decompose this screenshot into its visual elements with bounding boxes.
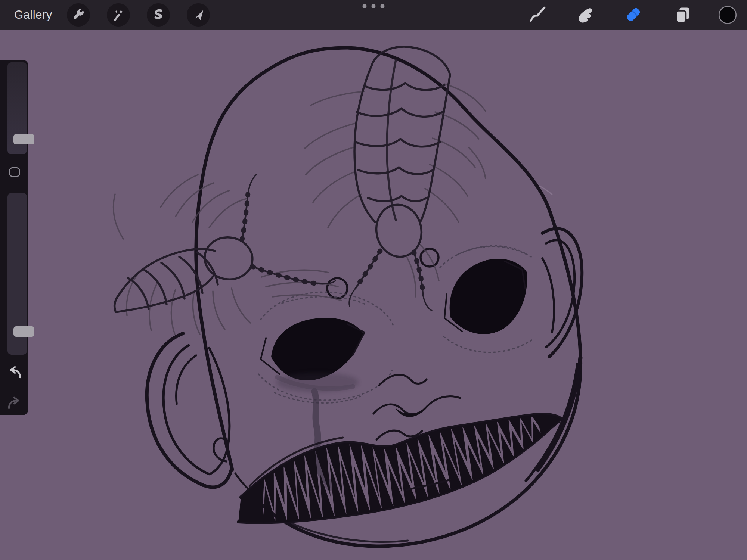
color-circle-icon: [718, 5, 737, 25]
centipede-top: [304, 47, 486, 311]
smudge-button[interactable]: [576, 5, 595, 25]
sidebar-panel: [0, 60, 28, 415]
hollow-eyes: [271, 259, 527, 380]
canvas-artwork: [0, 30, 747, 560]
brush-opacity-handle[interactable]: [13, 326, 34, 337]
brush-size-slider[interactable]: [7, 62, 27, 154]
layers-button[interactable]: [673, 5, 692, 25]
actions-button[interactable]: [67, 3, 90, 27]
gallery-label: Gallery: [14, 8, 52, 22]
undo-arrow-icon: [7, 366, 22, 379]
forehead-dot-left: [327, 278, 347, 298]
eraser-icon: [623, 5, 643, 25]
transform-button[interactable]: [187, 3, 210, 27]
brush-size-handle[interactable]: [13, 134, 34, 144]
layers-icon: [673, 5, 692, 25]
color-button[interactable]: [718, 5, 737, 25]
brush-icon: [527, 5, 547, 25]
procreate-app: Gallery: [0, 0, 747, 560]
ellipsis-dots[interactable]: [363, 4, 385, 8]
s-curve-icon: [151, 8, 165, 22]
gallery-button[interactable]: Gallery: [14, 0, 52, 30]
redo-button[interactable]: [7, 396, 22, 410]
top-toolbar: Gallery: [0, 0, 747, 30]
smudge-icon: [576, 5, 595, 25]
nose: [374, 375, 460, 417]
paint-button[interactable]: [527, 5, 547, 25]
drawing-canvas[interactable]: [0, 30, 747, 560]
wrench-icon: [71, 8, 86, 22]
eraser-button[interactable]: [623, 5, 643, 25]
toothy-mouth: [238, 414, 561, 522]
modify-button[interactable]: [9, 167, 20, 177]
undo-button[interactable]: [7, 366, 22, 379]
centipede-left: [114, 175, 342, 334]
brush-opacity-slider[interactable]: [7, 193, 27, 355]
move-arrow-icon: [191, 8, 205, 22]
magic-wand-icon: [111, 8, 125, 22]
redo-arrow-icon: [7, 396, 22, 410]
adjustments-button[interactable]: [107, 3, 130, 27]
selection-button[interactable]: [147, 3, 170, 27]
